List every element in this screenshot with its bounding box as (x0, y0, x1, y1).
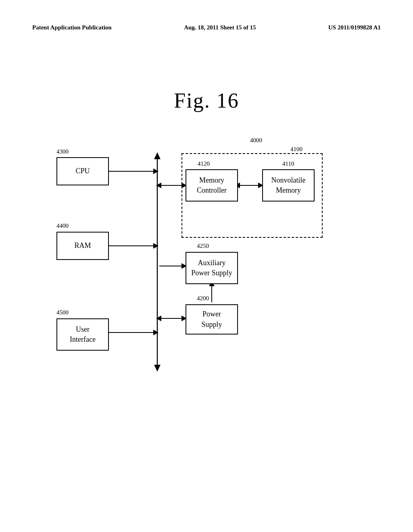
patent-header-right: US 2011/0199828 A1 (328, 24, 381, 31)
ref-4200: 4200 (197, 295, 209, 302)
memory-controller-box: MemoryController (186, 169, 238, 202)
ref-4100: 4100 (290, 146, 302, 153)
ref-4110: 4110 (282, 160, 294, 167)
ref-4300: 4300 (56, 148, 69, 155)
svg-marker-5 (154, 152, 161, 159)
power-supply-box: PowerSupply (186, 304, 238, 335)
ram-box: RAM (56, 232, 109, 260)
ref-4120: 4120 (198, 160, 210, 167)
patent-header-left: Patent Application Publication (32, 24, 112, 31)
system-ref-4000: 4000 (250, 137, 262, 144)
figure-title: Fig. 16 (174, 89, 239, 112)
cpu-box: CPU (56, 157, 109, 185)
user-interface-box: UserInterface (56, 318, 109, 351)
nonvolatile-memory-box: NonvolatileMemory (262, 169, 315, 202)
patent-header-center: Aug. 18, 2011 Sheet 15 of 15 (184, 24, 256, 31)
svg-marker-6 (154, 365, 161, 372)
ref-4250: 4250 (197, 243, 209, 249)
diagram-container: 4000 4100 CPU 4300 RAM 4400 UserInterfac… (32, 133, 379, 447)
ref-4500: 4500 (56, 309, 69, 316)
aux-power-supply-box: AuxiliaryPower Supply (186, 252, 238, 284)
ref-4400: 4400 (56, 222, 69, 229)
